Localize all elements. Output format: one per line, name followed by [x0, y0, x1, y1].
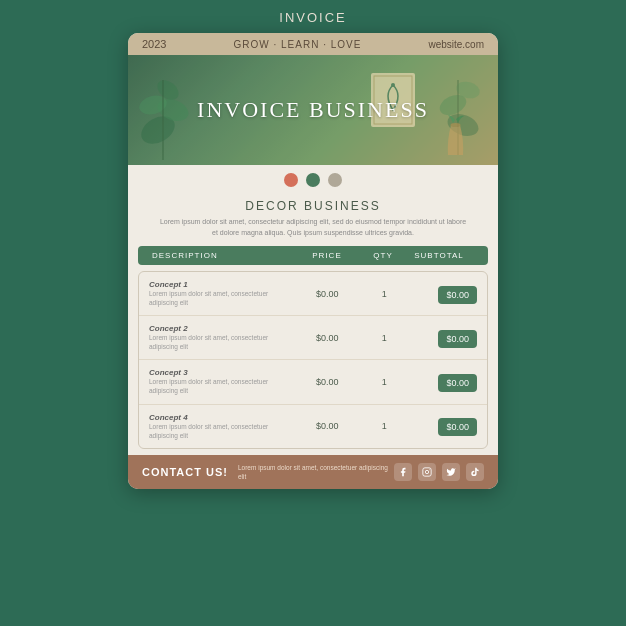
- row-3-qty: 1: [363, 377, 406, 387]
- facebook-icon[interactable]: [394, 463, 412, 481]
- row-desc-2: Concept 2 Lorem ipsum dolor sit amet, co…: [149, 324, 292, 351]
- row-4-subtotal: $0.00: [406, 416, 477, 436]
- header-year: 2023: [142, 38, 166, 50]
- svg-point-14: [425, 470, 428, 473]
- card-footer: CONTACT US! Lorem ipsum dolor sit amet, …: [128, 455, 498, 489]
- row-4-price: $0.00: [292, 421, 363, 431]
- concept-2-desc: Lorem ipsum dolor sit amet, consectetuer…: [149, 333, 292, 351]
- concept-4-desc: Lorem ipsum dolor sit amet, consectetuer…: [149, 422, 292, 440]
- dot-2: [306, 173, 320, 187]
- table-row: Concept 4 Lorem ipsum dolor sit amet, co…: [139, 405, 487, 448]
- card-header-band: 2023 GROW · LEARN · LOVE website.com: [128, 33, 498, 55]
- row-1-subtotal: $0.00: [406, 284, 477, 304]
- row-2-price: $0.00: [292, 333, 363, 343]
- page-title: INVOICE: [279, 10, 346, 25]
- footer-contact-label: CONTACT US!: [142, 466, 228, 478]
- svg-point-12: [451, 123, 461, 127]
- subtotal-badge-2: $0.00: [438, 330, 477, 348]
- col-description: DESCRIPTION: [152, 251, 292, 260]
- table-row: Concept 2 Lorem ipsum dolor sit amet, co…: [139, 316, 487, 360]
- row-desc-4: Concept 4 Lorem ipsum dolor sit amet, co…: [149, 413, 292, 440]
- twitter-icon[interactable]: [442, 463, 460, 481]
- business-name: DECOR BUSINESS: [158, 199, 468, 213]
- subtotal-badge-3: $0.00: [438, 374, 477, 392]
- col-price: PRICE: [292, 251, 362, 260]
- business-info: DECOR BUSINESS Lorem ipsum dolor sit ame…: [128, 193, 498, 246]
- concept-4-label: Concept 4: [149, 413, 292, 422]
- table-row: Concept 3 Lorem ipsum dolor sit amet, co…: [139, 360, 487, 404]
- hero-area: INVOICE BUSINESS: [128, 55, 498, 165]
- svg-point-11: [391, 83, 395, 87]
- footer-contact-text: Lorem ipsum dolor sit amet, consectetuer…: [238, 463, 394, 481]
- row-1-qty: 1: [363, 289, 406, 299]
- instagram-icon[interactable]: [418, 463, 436, 481]
- social-icons: [394, 463, 484, 481]
- hero-title: INVOICE BUSINESS: [197, 97, 429, 123]
- tiktok-icon[interactable]: [466, 463, 484, 481]
- invoice-table-body: Concept 1 Lorem ipsum dolor sit amet, co…: [138, 271, 488, 449]
- concept-3-desc: Lorem ipsum dolor sit amet, consectetuer…: [149, 377, 292, 395]
- subtotal-badge-1: $0.00: [438, 286, 477, 304]
- row-3-subtotal: $0.00: [406, 372, 477, 392]
- row-desc-3: Concept 3 Lorem ipsum dolor sit amet, co…: [149, 368, 292, 395]
- table-row: Concept 1 Lorem ipsum dolor sit amet, co…: [139, 272, 487, 316]
- row-1-price: $0.00: [292, 289, 363, 299]
- row-2-qty: 1: [363, 333, 406, 343]
- row-desc-1: Concept 1 Lorem ipsum dolor sit amet, co…: [149, 280, 292, 307]
- col-qty: QTY: [362, 251, 404, 260]
- concept-3-label: Concept 3: [149, 368, 292, 377]
- row-2-subtotal: $0.00: [406, 328, 477, 348]
- business-desc: Lorem ipsum dolor sit amet, consectetur …: [158, 217, 468, 238]
- header-tagline: GROW · LEARN · LOVE: [233, 39, 361, 50]
- svg-point-15: [429, 469, 430, 470]
- concept-2-label: Concept 2: [149, 324, 292, 333]
- row-4-qty: 1: [363, 421, 406, 431]
- svg-rect-13: [423, 468, 431, 476]
- header-website: website.com: [428, 39, 484, 50]
- concept-1-label: Concept 1: [149, 280, 292, 289]
- subtotal-badge-4: $0.00: [438, 418, 477, 436]
- col-subtotal: SUBTOTAL: [404, 251, 474, 260]
- dot-3: [328, 173, 342, 187]
- invoice-card: 2023 GROW · LEARN · LOVE website.com: [128, 33, 498, 489]
- dot-1: [284, 173, 298, 187]
- concept-1-desc: Lorem ipsum dolor sit amet, consectetuer…: [149, 289, 292, 307]
- row-3-price: $0.00: [292, 377, 363, 387]
- table-header: DESCRIPTION PRICE QTY SUBTOTAL: [138, 246, 488, 265]
- color-dots: [128, 165, 498, 193]
